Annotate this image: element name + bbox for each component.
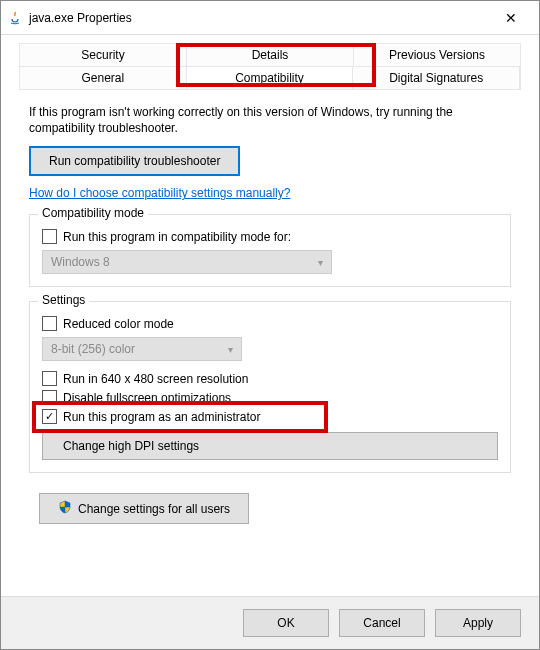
group-title-compat: Compatibility mode — [38, 206, 148, 220]
properties-window: java.exe Properties ✕ Security Details P… — [0, 0, 540, 650]
label-disable-fullscreen: Disable fullscreen optimizations — [63, 391, 231, 405]
ok-button[interactable]: OK — [243, 609, 329, 637]
checkbox-compat-mode[interactable] — [42, 229, 57, 244]
checkbox-run-as-admin[interactable]: ✓ — [42, 409, 57, 424]
tab-details[interactable]: Details — [187, 44, 354, 66]
label-run-640x480: Run in 640 x 480 screen resolution — [63, 372, 248, 386]
run-troubleshooter-button[interactable]: Run compatibility troubleshooter — [29, 146, 240, 176]
group-settings: Settings Reduced color mode 8-bit (256) … — [29, 301, 511, 473]
tab-panel-compatibility: If this program isn't working correctly … — [1, 90, 539, 596]
chevron-down-icon: ▾ — [318, 257, 323, 268]
label-reduced-color: Reduced color mode — [63, 317, 174, 331]
tab-previous-versions[interactable]: Previous Versions — [354, 44, 520, 66]
group-title-settings: Settings — [38, 293, 89, 307]
help-link[interactable]: How do I choose compatibility settings m… — [29, 186, 290, 200]
checkbox-reduced-color[interactable] — [42, 316, 57, 331]
shield-icon — [58, 500, 72, 517]
dialog-footer: OK Cancel Apply — [1, 596, 539, 649]
intro-text: If this program isn't working correctly … — [29, 104, 511, 136]
checkbox-run-640x480[interactable] — [42, 371, 57, 386]
tab-strip: Security Details Previous Versions Gener… — [19, 43, 521, 90]
change-dpi-button[interactable]: Change high DPI settings — [42, 432, 498, 460]
label-compat-mode: Run this program in compatibility mode f… — [63, 230, 291, 244]
tab-security[interactable]: Security — [20, 44, 187, 66]
chevron-down-icon: ▾ — [228, 344, 233, 355]
change-all-users-button[interactable]: Change settings for all users — [39, 493, 249, 524]
select-color-mode: 8-bit (256) color ▾ — [42, 337, 242, 361]
select-compat-os: Windows 8 ▾ — [42, 250, 332, 274]
tab-compatibility[interactable]: Compatibility — [187, 67, 354, 89]
label-run-as-admin: Run this program as an administrator — [63, 410, 260, 424]
checkbox-disable-fullscreen[interactable] — [42, 390, 57, 405]
close-icon: ✕ — [505, 10, 517, 26]
cancel-button[interactable]: Cancel — [339, 609, 425, 637]
close-button[interactable]: ✕ — [491, 4, 531, 32]
titlebar: java.exe Properties ✕ — [1, 1, 539, 35]
java-icon — [7, 10, 23, 26]
tab-general[interactable]: General — [20, 67, 187, 89]
apply-button[interactable]: Apply — [435, 609, 521, 637]
group-compatibility-mode: Compatibility mode Run this program in c… — [29, 214, 511, 287]
window-title: java.exe Properties — [29, 11, 132, 25]
tab-digital-signatures[interactable]: Digital Signatures — [353, 67, 520, 89]
